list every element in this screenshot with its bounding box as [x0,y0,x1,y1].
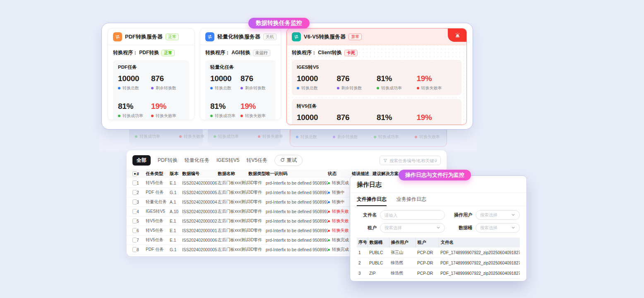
legend-item: 转换成功率 [214,134,239,139]
task-cell-dtype: 3D零件 [248,236,266,245]
task-cell-version: A.1 [170,255,182,257]
operator-select[interactable]: 搜索选择 [476,210,520,220]
task-cell-dtype: 3D零件 [248,188,266,197]
status-dot-icon [328,249,330,251]
stat-cell: 19%转换失败率 [151,102,184,119]
legend-dot [179,135,182,138]
task-cell-uid: prd-Interfix to be defined 95089920-... [266,216,328,226]
row-checkbox[interactable] [127,226,137,236]
tenant-select[interactable]: 搜索选择 [380,223,445,233]
task-cell-dtype: 3D零件 [248,197,266,207]
task-cell-status: 转换中 [328,197,352,207]
task-cell-type: 轻量化任务 [146,255,170,257]
task-cell-status: 转换失败 [328,226,352,236]
server-cards-row: PDF转换服务器正常转换程序： PDF转换正常PDF任务10000转换总数876… [108,28,467,124]
status-badge: 转换中 [328,256,350,257]
filename-input[interactable] [380,210,445,220]
status-badge: 转换失败 [328,218,350,224]
task-tab[interactable]: 轻量化任务 [185,157,209,164]
server-status-badge: 正常 [166,34,179,40]
legend-label: 转换成功率 [215,113,235,119]
task-cell-code: ISS202402000004 [182,197,218,207]
legend-dot [151,115,154,117]
stat-value: 19% [417,74,457,83]
task-cell-status: 转换中 [328,255,352,257]
oplog-cell-num: 2 [357,258,368,268]
legend-dot [240,115,243,117]
retry-button[interactable]: 重试 [274,155,303,166]
task-column-header: # [137,169,146,178]
tenant-select-placeholder: 搜索选择 [384,225,402,231]
task-cell-num: 5 [137,216,146,226]
legend-item: 转换总数 [296,134,317,140]
task-cell-code: ISS202402000005 [182,188,218,197]
row-checkbox[interactable] [127,236,137,245]
server-card-body: 转换程序： Client转换卡死IGES转V510000转换总数876剩余转换数… [287,45,466,125]
server-name: PDF转换服务器 [125,33,163,41]
row-checkbox[interactable] [127,207,137,216]
task-cell-version: G.1 [170,188,182,197]
task-tab[interactable]: IGES转V5 [216,157,239,164]
task-search-input[interactable] [389,158,437,163]
row-checkbox[interactable] [127,197,137,207]
row-checkbox[interactable] [127,216,137,226]
stat-cell: 10000转换总数 [297,113,337,125]
oplog-tab[interactable]: 文件操作日志 [357,193,387,206]
stat-value: 10000 [210,74,240,83]
status-text: 转换中 [332,199,345,205]
retry-label: 重试 [287,157,297,164]
task-tab[interactable]: PDF转换 [158,157,178,164]
status-text: 转换完成 [332,180,349,186]
task-column-header: 唯一识别码 [266,169,328,178]
task-cell-name: 左后门板xxx测试... [218,178,248,188]
select-all-checkbox[interactable] [127,169,137,178]
status-badge: 转换失败 [328,209,350,214]
task-cell-status: 转换完成 [328,236,352,245]
oplog-cell-bucket: ZIP [368,268,389,279]
row-checkbox[interactable] [127,188,137,197]
task-column-header: 数据名称 [218,169,248,178]
task-stats-panel: PDF任务10000转换总数876剩余转换数81%转换成功率19%转换失败率 [113,60,189,120]
alarm-siren-icon[interactable] [448,28,467,42]
legend-label: 转换总数 [301,124,318,125]
program-status-badge: 正常 [161,50,175,56]
task-cell-dtype: 3D零件 [248,178,266,188]
status-text: 转换失败 [332,209,349,214]
stat-cell: 10000转换总数 [118,74,151,91]
legend-label: 转换成功率 [381,124,402,125]
legend-item: 转换失败率 [417,124,442,125]
operator-select-placeholder: 搜索选择 [480,212,497,218]
chevron-down-icon [511,226,515,231]
task-cell-num: 7 [137,236,146,245]
task-cell-code: ISS202402000003 [182,207,218,216]
legend-dot [415,136,417,138]
stats-grid: 10000转换总数876剩余转换数81%转换成功率19%转换失败率 [297,74,457,91]
oplog-column-header: 租户 [416,238,439,248]
task-tab[interactable]: 转V5任务 [246,157,267,164]
task-stats-panel: 轻量化任务10000转换总数876剩余转换数81%转换成功率19%转换失败率 [205,60,276,120]
legend-label: 转换失败率 [245,113,266,119]
task-cell-num: 2 [137,188,146,197]
stat-value: 876 [240,74,271,83]
row-checkbox[interactable] [127,178,137,188]
legend-label: 转换失败率 [421,124,442,125]
legend-item: 转换成功率 [210,113,235,119]
checkbox-icon [132,180,137,185]
legend-item: 剩余转换数 [337,85,362,91]
bucket-select[interactable]: 搜索选择 [476,223,520,233]
row-checkbox[interactable] [127,245,137,255]
stat-value: 19% [151,102,184,111]
oplog-tab[interactable]: 业务操作日志 [396,193,426,206]
oplog-column-header: 操作用户 [389,238,416,248]
row-checkbox[interactable] [127,255,137,257]
task-cell-type: 转V5任务 [146,216,170,226]
server-card-header: PDF转换服务器正常 [108,29,194,45]
task-search-box[interactable] [380,156,441,165]
oplog-column-header: 文件名 [439,238,520,248]
task-cell-uid: prd-Interfix to be defined 95089920-... [266,178,328,188]
stat-cell: 81%转换成功率 [377,113,417,125]
task-tab[interactable]: 全部 [132,155,151,166]
underlay-mid-card: 转换成功率转换失败率 [208,130,281,146]
oplog-cell-tenant: PCP-DR [416,258,439,268]
legend-item: 转换失败率 [415,134,440,140]
